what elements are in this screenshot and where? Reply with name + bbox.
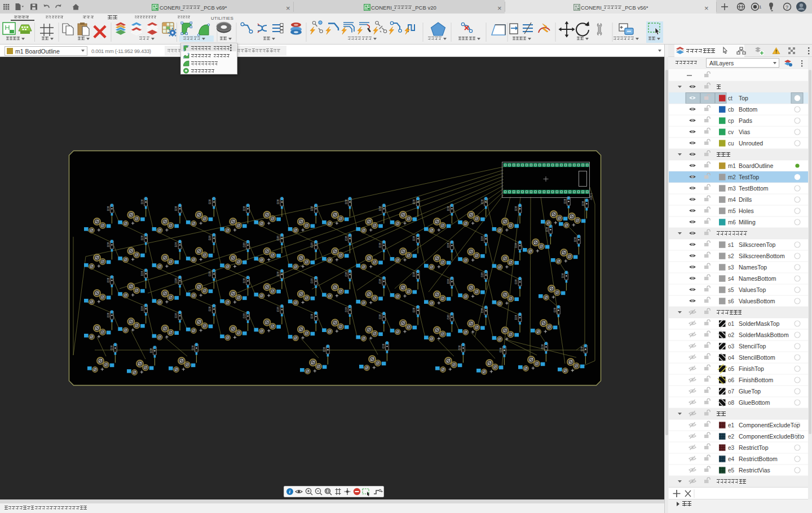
- svg-text:o1: o1: [728, 321, 735, 327]
- svg-text:s3: s3: [728, 264, 734, 271]
- svg-text:m3: m3: [728, 185, 736, 192]
- svg-text:o5: o5: [728, 366, 735, 372]
- svg-text:Vias: Vias: [739, 129, 750, 135]
- svg-text:s4: s4: [728, 276, 734, 282]
- svg-text:SilkscreenTop: SilkscreenTop: [739, 241, 776, 248]
- svg-text:?: ?: [785, 5, 788, 10]
- svg-text:o2: o2: [728, 332, 735, 338]
- svg-text:SilkscreenBottom: SilkscreenBottom: [739, 253, 785, 259]
- svg-text:s1: s1: [728, 242, 734, 248]
- svg-text:s6: s6: [728, 298, 734, 304]
- svg-text:Pads: Pads: [739, 117, 752, 124]
- svg-text:GlueTop: GlueTop: [739, 388, 761, 395]
- svg-text:NamesBottom: NamesBottom: [739, 275, 776, 282]
- svg-text:SolderMaskBottom: SolderMaskBottom: [739, 331, 789, 338]
- svg-text:o4: o4: [728, 355, 735, 361]
- svg-text:FinishBottom: FinishBottom: [739, 377, 774, 383]
- svg-text:FinishTop: FinishTop: [739, 365, 764, 372]
- svg-text:ct: ct: [728, 95, 732, 101]
- svg-text:o7: o7: [728, 388, 735, 395]
- svg-text:ValuesTop: ValuesTop: [739, 286, 766, 293]
- svg-text:RestrictTop: RestrictTop: [739, 444, 769, 451]
- svg-text:cb: cb: [728, 107, 734, 113]
- svg-text:cv: cv: [728, 129, 734, 135]
- svg-text:RestrictBottom: RestrictBottom: [739, 455, 778, 462]
- svg-text:cu: cu: [728, 140, 734, 147]
- svg-text:o3: o3: [728, 343, 735, 350]
- svg-text:ValuesBottom: ValuesBottom: [739, 298, 775, 304]
- svg-text:m4: m4: [728, 197, 736, 203]
- svg-text:Holes: Holes: [739, 207, 754, 214]
- svg-text:Top: Top: [739, 95, 748, 101]
- svg-text:s2: s2: [728, 253, 734, 259]
- svg-text:ComponentExcludeTop: ComponentExcludeTop: [739, 422, 800, 428]
- svg-text:e2: e2: [728, 434, 735, 440]
- svg-text:e5: e5: [728, 467, 735, 474]
- svg-text:s5: s5: [728, 287, 734, 293]
- svg-text:m2: m2: [728, 174, 736, 180]
- svg-text:m1: m1: [728, 163, 736, 169]
- svg-text:TestBottom: TestBottom: [739, 185, 769, 192]
- svg-text:e1: e1: [728, 422, 735, 428]
- svg-text:cp: cp: [728, 118, 734, 124]
- svg-text:Drills: Drills: [739, 196, 752, 203]
- svg-text:o6: o6: [728, 377, 735, 383]
- svg-text:StencilBottom: StencilBottom: [739, 354, 775, 361]
- svg-text:SolderMaskTop: SolderMaskTop: [739, 320, 780, 327]
- svg-text:J2C1: J2C1: [589, 193, 593, 200]
- svg-text:NamesTop: NamesTop: [739, 264, 767, 271]
- svg-text:o8: o8: [728, 400, 735, 406]
- svg-text:BoardOutline: BoardOutline: [739, 162, 773, 169]
- svg-text:m5: m5: [728, 208, 736, 214]
- svg-text:Unrouted: Unrouted: [739, 140, 763, 147]
- svg-text:e3: e3: [728, 445, 735, 451]
- svg-text:GlueBottom: GlueBottom: [739, 399, 770, 406]
- svg-text:e4: e4: [728, 456, 735, 462]
- svg-text:1: 1: [759, 5, 762, 10]
- svg-text:TestTop: TestTop: [739, 174, 759, 180]
- svg-text:Bottom: Bottom: [739, 106, 758, 113]
- svg-text:Milling: Milling: [739, 219, 756, 225]
- svg-text:RestrictVias: RestrictVias: [739, 467, 770, 474]
- svg-text:StencilTop: StencilTop: [739, 343, 766, 350]
- svg-text:m6: m6: [728, 219, 736, 225]
